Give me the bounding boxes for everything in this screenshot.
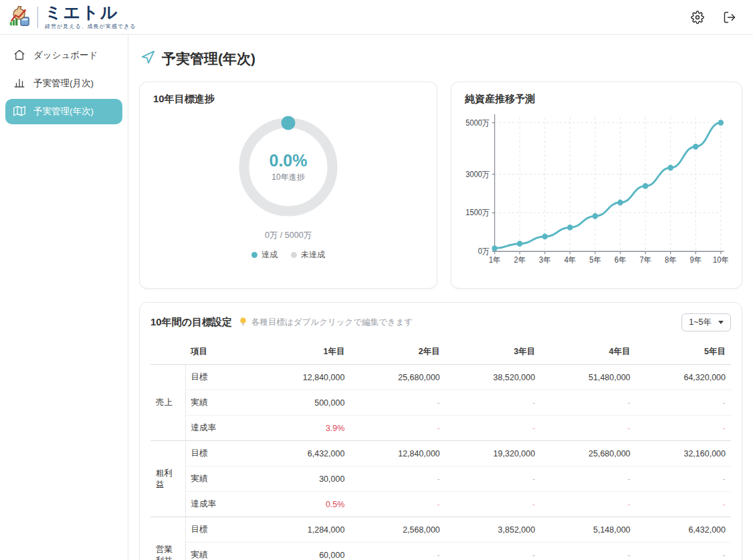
goal-table: 項目1年目2年目3年目4年目5年目 売上目標12,840,00025,680,0… <box>150 339 731 560</box>
table-cell[interactable]: - <box>540 466 635 492</box>
table-row: 売上目標12,840,00025,680,00038,520,00051,480… <box>150 365 731 390</box>
sidebar-item-monthly[interactable]: 予実管理(月次) <box>5 71 122 96</box>
svg-text:9年: 9年 <box>690 256 702 264</box>
table-cell[interactable]: - <box>350 466 445 492</box>
table-cell[interactable]: 25,680,000 <box>540 441 635 466</box>
table-cell[interactable]: 38,520,000 <box>445 365 540 390</box>
svg-text:8年: 8年 <box>665 256 676 264</box>
table-cell[interactable]: - <box>445 390 540 416</box>
goal-tip-text: 各種目標はダブルクリックで編集できます <box>251 317 413 328</box>
goal-settings-card: 10年間の目標設定 各種目標はダブルクリックで編集できます 1~5年 <box>139 302 742 560</box>
caret-down-icon <box>718 321 724 324</box>
table-cell[interactable]: - <box>636 416 731 441</box>
app-root: ミエトル 経営が見える、成長が実感できる <box>0 0 753 560</box>
table-cell[interactable]: - <box>636 466 731 492</box>
lightbulb-icon <box>239 317 247 329</box>
table-cell[interactable]: 51,480,000 <box>540 365 635 390</box>
table-cell[interactable]: - <box>540 543 635 560</box>
table-cell[interactable]: - <box>350 543 445 560</box>
year-range-value: 1~5年 <box>689 317 712 328</box>
year-range-select[interactable]: 1~5年 <box>681 313 731 331</box>
donut-legend: 達成 未達成 <box>153 249 423 261</box>
table-cell[interactable]: 25,680,000 <box>350 365 445 390</box>
donut-center-label: 10年進捗 <box>272 172 304 183</box>
header-group-spacer <box>150 339 185 365</box>
home-icon <box>13 49 25 63</box>
table-row: 実績500,000---- <box>150 390 731 416</box>
table-cell[interactable]: 60,000 <box>255 543 350 560</box>
row-label: 実績 <box>185 390 255 416</box>
table-cell[interactable]: 2,568,000 <box>350 517 445 543</box>
table-row: 営業利益目標1,284,0002,568,0003,852,0005,148,0… <box>150 517 731 543</box>
svg-text:10年: 10年 <box>713 256 728 264</box>
table-cell[interactable]: 32,160,000 <box>636 441 731 466</box>
table-cell[interactable]: - <box>445 416 540 441</box>
svg-text:0万: 0万 <box>478 247 490 255</box>
settings-button[interactable] <box>690 10 705 25</box>
header-year: 2年目 <box>350 339 445 365</box>
forecast-chart: 1年2年3年4年5年6年7年8年9年10年0万1500万3000万5000万 <box>465 108 728 271</box>
table-cell[interactable]: - <box>445 543 540 560</box>
goal-progress-card: 10年目標進捗 0.0% 10年進捗 0万 / 5000万 達成 <box>139 82 437 289</box>
table-cell[interactable]: 12,840,000 <box>255 365 350 390</box>
table-cell[interactable]: - <box>540 416 635 441</box>
table-cell[interactable]: - <box>445 492 540 517</box>
svg-text:7年: 7年 <box>639 256 651 264</box>
table-cell[interactable]: - <box>350 492 445 517</box>
goal-table-body: 売上目標12,840,00025,680,00038,520,00051,480… <box>150 365 731 560</box>
table-cell[interactable]: 5,148,000 <box>540 517 635 543</box>
row-label: 達成率 <box>185 416 255 441</box>
svg-text:3年: 3年 <box>539 256 550 264</box>
legend-item-unachieved[interactable]: 未達成 <box>291 249 325 261</box>
table-cell[interactable]: - <box>350 416 445 441</box>
bar-chart-icon <box>13 77 25 91</box>
paper-plane-icon <box>140 50 155 68</box>
table-cell[interactable]: 0.5% <box>255 492 350 517</box>
legend-item-achieved[interactable]: 達成 <box>251 249 278 261</box>
page-title-text: 予実管理(年次) <box>162 49 255 68</box>
row-label: 目標 <box>185 365 255 390</box>
main-content: 予実管理(年次) 10年目標進捗 0.0% 10年進捗 0万 / 5000万 <box>128 35 753 560</box>
row-label: 達成率 <box>185 492 255 517</box>
table-cell[interactable]: 500,000 <box>255 390 350 416</box>
table-cell[interactable]: - <box>350 390 445 416</box>
table-cell[interactable]: 12,840,000 <box>350 441 445 466</box>
goal-table-head: 項目1年目2年目3年目4年目5年目 <box>150 339 731 365</box>
table-cell[interactable]: 1,284,000 <box>255 517 350 543</box>
table-cell[interactable]: 6,432,000 <box>636 517 731 543</box>
table-cell[interactable]: - <box>636 543 731 560</box>
table-cell[interactable]: - <box>445 466 540 492</box>
group-label: 粗利益 <box>150 441 185 517</box>
top-header: ミエトル 経営が見える、成長が実感できる <box>0 0 753 35</box>
table-cell[interactable]: - <box>636 390 731 416</box>
table-row: 達成率0.5%---- <box>150 492 731 517</box>
table-cell[interactable]: - <box>540 492 635 517</box>
brand-divider <box>37 7 38 28</box>
group-label: 営業利益 <box>150 517 185 560</box>
sidebar-item-dashboard[interactable]: ダッシュボード <box>5 43 122 68</box>
group-label: 売上 <box>150 365 185 441</box>
table-cell[interactable]: 6,432,000 <box>255 441 350 466</box>
sidebar-item-label: ダッシュボード <box>33 49 98 61</box>
svg-text:5000万: 5000万 <box>465 118 490 126</box>
sidebar-item-label: 予実管理(年次) <box>33 106 94 118</box>
table-cell[interactable]: - <box>636 492 731 517</box>
header-year: 1年目 <box>255 339 350 365</box>
net-asset-forecast-card: 純資産推移予測 1年2年3年4年5年6年7年8年9年10年0万1500万3000… <box>451 82 742 289</box>
table-cell[interactable]: 19,320,000 <box>445 441 540 466</box>
table-cell[interactable]: 3.9% <box>255 416 350 441</box>
row-label: 実績 <box>185 466 255 492</box>
table-cell[interactable]: 64,320,000 <box>636 365 731 390</box>
page-title: 予実管理(年次) <box>140 49 742 68</box>
map-icon <box>13 105 25 119</box>
logout-button[interactable] <box>722 10 737 25</box>
table-cell[interactable]: 30,000 <box>255 466 350 492</box>
goal-progress-title: 10年目標進捗 <box>153 93 423 106</box>
header-year: 5年目 <box>636 339 731 365</box>
table-cell[interactable]: - <box>540 390 635 416</box>
svg-text:4年: 4年 <box>564 256 576 264</box>
row-label: 目標 <box>185 441 255 466</box>
sidebar-item-yearly[interactable]: 予実管理(年次) <box>5 99 122 124</box>
svg-text:1500万: 1500万 <box>465 208 490 217</box>
table-cell[interactable]: 3,852,000 <box>445 517 540 543</box>
